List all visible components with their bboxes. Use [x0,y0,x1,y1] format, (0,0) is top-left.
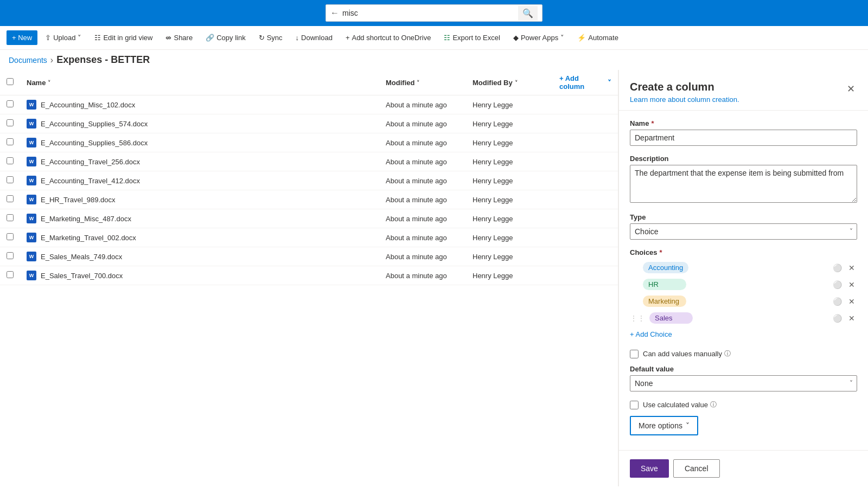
file-link[interactable]: E_Sales_Travel_700.docx [41,272,123,280]
choice-color-button[interactable]: ⚪ [831,262,844,273]
row-checkbox[interactable] [7,119,14,126]
add-column-header[interactable]: + Add column ˅ [553,70,618,95]
share-button[interactable]: ⇎ Share [160,30,198,45]
sync-icon: ↻ [259,34,265,42]
choice-color-button[interactable]: ⚪ [831,279,844,290]
modified-header[interactable]: Modified ˅ [379,70,466,95]
more-options-chevron-icon: ˅ [686,421,690,430]
add-shortcut-icon: + [346,34,350,42]
choice-delete-button[interactable]: ✕ [846,296,857,307]
row-checkbox[interactable] [7,214,14,221]
row-checkbox[interactable] [7,100,14,107]
file-link[interactable]: E_Accounting_Supplies_574.docx [41,120,148,128]
file-link[interactable]: E_HR_Travel_989.docx [41,196,116,204]
automate-button[interactable]: ⚡ Automate [572,30,624,45]
row-checkbox[interactable] [7,157,14,164]
file-link[interactable]: E_Accounting_Travel_412.docx [41,177,140,185]
power-apps-button[interactable]: ◆ Power Apps ˅ [508,30,570,45]
edit-grid-button[interactable]: ☷ Edit in grid view [89,30,158,45]
table-row: W E_Accounting_Travel_256.docx About a m… [0,152,618,171]
add-choice-button[interactable]: + Add Choice [630,328,672,341]
choice-color-button[interactable]: ⚪ [831,296,844,307]
row-checkbox[interactable] [7,252,14,259]
panel-subtitle[interactable]: Learn more about column creation. [630,95,739,104]
file-link[interactable]: E_Accounting_Misc_102.docx [41,101,135,109]
search-input[interactable] [342,9,518,17]
new-button[interactable]: + New [7,30,37,45]
row-checkbox[interactable] [7,138,14,145]
name-header[interactable]: Name ˅ [20,70,379,95]
choices-required-indicator: * [660,248,662,256]
name-field-input[interactable] [630,130,857,146]
copy-link-button[interactable]: 🔗 Copy link [200,30,251,45]
download-button[interactable]: ↓ Download [290,30,338,45]
automate-icon: ⚡ [577,34,586,42]
file-link[interactable]: E_Sales_Meals_749.docx [41,253,122,261]
upload-button[interactable]: ⇧ Upload ˅ [40,30,87,45]
add-shortcut-button[interactable]: + Add shortcut to OneDrive [340,30,437,45]
type-field-select[interactable]: Choice [630,223,857,240]
automate-label: Automate [588,34,618,42]
default-value-select[interactable]: None [630,375,857,391]
table-row: W E_Accounting_Supplies_586.docx About a… [0,133,618,152]
use-calculated-checkbox[interactable] [630,401,639,409]
search-button[interactable]: 🔍 [518,6,538,21]
select-all-checkbox[interactable] [7,78,14,85]
file-list: Name ˅ Modified ˅ Modified By ˅ [0,70,618,486]
word-icon: W [27,100,36,110]
edit-grid-label: Edit in grid view [103,34,152,42]
add-choice-label: + Add Choice [630,330,672,338]
table-row: W E_Marketing_Misc_487.docx About a minu… [0,209,618,228]
word-icon: W [27,157,36,166]
file-link[interactable]: E_Marketing_Travel_002.docx [41,234,136,242]
modified-by-cell: Henry Legge [466,171,553,190]
drag-handle-icon[interactable]: ⋮⋮ [630,314,645,323]
choice-color-button[interactable]: ⚪ [831,313,844,324]
default-value-field-group: Default value None ˅ [630,365,857,391]
choice-delete-button[interactable]: ✕ [846,313,857,324]
word-icon: W [27,252,36,261]
row-checkbox[interactable] [7,195,14,202]
file-link[interactable]: E_Accounting_Travel_256.docx [41,158,140,166]
choice-tag: Marketing [643,296,686,307]
row-checkbox[interactable] [7,271,14,278]
name-field-label: Name [630,119,649,127]
save-button[interactable]: Save [630,459,669,478]
use-calculated-info-icon[interactable]: ⓘ [710,400,717,409]
modified-sort-icon: ˅ [417,80,419,86]
panel-close-button[interactable]: ✕ [845,81,857,97]
description-field-textarea[interactable] [630,165,857,203]
choices-section: Choices * Accounting ⚪ ✕ HR ⚪ ✕ Marketin… [630,248,857,341]
row-checkbox[interactable] [7,233,14,240]
use-calculated-label[interactable]: Use calculated value ⓘ [643,400,717,409]
file-link[interactable]: E_Marketing_Misc_487.docx [41,215,131,223]
add-column-chevron-icon: ˅ [608,79,611,87]
download-icon: ↓ [296,34,299,42]
breadcrumb-parent[interactable]: Documents [9,56,47,65]
back-icon[interactable]: ← [330,8,339,18]
modified-cell: About a minute ago [379,95,466,114]
cancel-button[interactable]: Cancel [673,459,720,478]
select-all-header[interactable] [0,70,20,95]
sync-button[interactable]: ↻ Sync [253,30,288,45]
new-label: + New [12,34,32,42]
modified-cell: About a minute ago [379,247,466,266]
table-row: W E_HR_Travel_989.docx About a minute ag… [0,190,618,209]
name-sort-icon: ˅ [48,80,50,86]
export-excel-button[interactable]: ☷ Export to Excel [438,30,505,45]
file-link[interactable]: E_Accounting_Supplies_586.docx [41,139,148,147]
more-options-button[interactable]: More options ˅ [630,416,698,435]
can-add-values-checkbox[interactable] [630,350,639,358]
can-add-values-info-icon[interactable]: ⓘ [724,349,731,358]
breadcrumb: Documents › Expenses - BETTER [0,50,868,70]
choice-delete-button[interactable]: ✕ [846,262,857,273]
row-checkbox[interactable] [7,176,14,183]
table-row: W E_Sales_Travel_700.docx About a minute… [0,266,618,285]
can-add-values-label[interactable]: Can add values manually ⓘ [643,349,731,358]
choice-delete-button[interactable]: ✕ [846,279,857,290]
export-label: Export to Excel [452,34,500,42]
modified-cell: About a minute ago [379,209,466,228]
search-box[interactable]: ← 🔍 [326,4,542,22]
modified-by-header[interactable]: Modified By ˅ [466,70,553,95]
modified-cell: About a minute ago [379,266,466,285]
